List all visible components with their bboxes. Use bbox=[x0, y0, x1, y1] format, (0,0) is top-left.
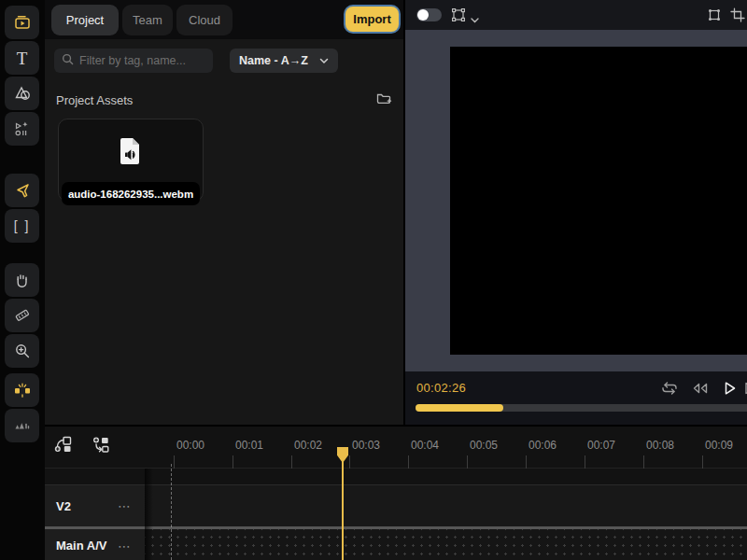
scene-effects-button[interactable] bbox=[5, 112, 39, 146]
shapes-tool-icon bbox=[13, 84, 32, 103]
video-editor-app: T bbox=[0, 0, 747, 560]
tool-rail: T bbox=[0, 0, 45, 560]
chevron-down-icon bbox=[319, 54, 329, 67]
new-folder-icon[interactable] bbox=[375, 90, 392, 110]
scene-effects-icon bbox=[13, 119, 32, 138]
chevron-down-icon[interactable] bbox=[471, 10, 479, 27]
media-library-panel: Project Team Cloud Import Name - A→Z bbox=[45, 0, 403, 425]
razor-tool-icon bbox=[13, 306, 32, 325]
zoom-tool-button[interactable] bbox=[5, 334, 39, 368]
ruler-label: 00:02 bbox=[294, 439, 322, 452]
zoom-tool-icon bbox=[13, 342, 32, 360]
ruler-label: 00:06 bbox=[529, 439, 557, 452]
track-main-av-header[interactable]: Main A/V ⋯ bbox=[45, 529, 145, 560]
search-icon bbox=[62, 52, 74, 69]
asset-search[interactable] bbox=[54, 49, 213, 73]
overlay-toggle[interactable] bbox=[416, 8, 442, 21]
hand-tool-icon bbox=[13, 272, 31, 289]
audio-levels-button[interactable] bbox=[5, 409, 39, 442]
ruler-label: 00:05 bbox=[470, 439, 498, 452]
asset-filename: audio-168262935...webm bbox=[62, 182, 200, 205]
tab-team[interactable]: Team bbox=[122, 5, 173, 35]
track-main-av-lane[interactable] bbox=[145, 529, 747, 560]
media-start-guide bbox=[171, 464, 172, 560]
range-select-button[interactable]: [ ] bbox=[5, 209, 39, 243]
transform-box-icon[interactable] bbox=[706, 7, 723, 27]
loop-icon[interactable] bbox=[659, 379, 680, 401]
crop-icon[interactable] bbox=[729, 7, 746, 27]
media-library-icon bbox=[13, 13, 32, 32]
filter-row: Name - A→Z bbox=[45, 49, 403, 75]
progress-fill bbox=[416, 404, 503, 412]
track-label: V2 bbox=[56, 499, 71, 513]
shapes-tool-button[interactable] bbox=[5, 77, 39, 110]
tab-cloud[interactable]: Cloud bbox=[176, 5, 233, 35]
razor-tool-button[interactable] bbox=[5, 299, 39, 332]
next-frame-icon[interactable] bbox=[742, 379, 747, 401]
playback-bar: 00:02:26 bbox=[405, 371, 747, 425]
playback-progress[interactable] bbox=[416, 404, 747, 412]
hand-tool-button[interactable] bbox=[5, 263, 39, 297]
track-menu-icon[interactable]: ⋯ bbox=[118, 498, 132, 513]
ruler-label: 00:03 bbox=[352, 439, 380, 452]
ruler-label: 00:04 bbox=[411, 439, 439, 452]
audio-levels-icon bbox=[13, 416, 32, 435]
section-title: Project Assets bbox=[56, 93, 133, 107]
preview-panel: 00:02:26 bbox=[403, 0, 747, 425]
filter-input[interactable] bbox=[79, 54, 201, 67]
video-frame[interactable] bbox=[450, 47, 747, 355]
import-button[interactable]: Import bbox=[345, 7, 399, 32]
timeline-gap bbox=[45, 469, 747, 484]
timeline-panel: 00:00 00:01 00:02 00:03 00:04 00:05 00:0… bbox=[45, 425, 747, 560]
tab-team-label: Team bbox=[133, 13, 162, 27]
text-tool-icon: T bbox=[17, 49, 28, 67]
snap-toggle-icon bbox=[13, 381, 32, 399]
range-select-icon: [ ] bbox=[14, 218, 31, 233]
ruler-label: 00:09 bbox=[705, 439, 733, 452]
media-library-button[interactable] bbox=[5, 6, 39, 39]
sort-dropdown[interactable]: Name - A→Z bbox=[230, 49, 338, 73]
project-assets-header: Project Assets bbox=[56, 91, 392, 108]
asset-card[interactable]: audio-168262935...webm bbox=[58, 119, 204, 202]
select-tool-icon bbox=[13, 181, 32, 200]
timeline-ruler[interactable]: 00:00 00:01 00:02 00:03 00:04 00:05 00:0… bbox=[45, 427, 747, 469]
track-label: Main A/V bbox=[56, 539, 106, 553]
play-icon[interactable] bbox=[720, 379, 739, 401]
tab-project-label: Project bbox=[66, 13, 104, 27]
track-main-av[interactable]: Main A/V ⋯ bbox=[45, 529, 747, 560]
text-tool-button[interactable]: T bbox=[5, 41, 39, 75]
preview-canvas bbox=[405, 30, 747, 371]
snap-toggle-button[interactable] bbox=[5, 373, 39, 407]
audio-file-icon bbox=[59, 129, 203, 174]
tab-project[interactable]: Project bbox=[51, 5, 119, 35]
library-tabstrip: Project Team Cloud Import bbox=[45, 0, 403, 39]
ruler-label: 00:08 bbox=[646, 439, 674, 452]
track-v2-header[interactable]: V2 ⋯ bbox=[45, 485, 145, 526]
ruler-label: 00:00 bbox=[176, 439, 204, 452]
tab-cloud-label: Cloud bbox=[189, 13, 220, 27]
track-menu-icon[interactable]: ⋯ bbox=[118, 539, 132, 553]
select-tool-button[interactable] bbox=[5, 174, 39, 207]
ruler-label: 00:01 bbox=[235, 439, 263, 452]
track-v2[interactable]: V2 ⋯ bbox=[45, 484, 747, 526]
safe-area-icon[interactable] bbox=[450, 7, 467, 27]
rewind-icon[interactable] bbox=[689, 379, 712, 401]
sort-selected-label: Name - A→Z bbox=[239, 54, 308, 67]
timecode: 00:02:26 bbox=[416, 381, 466, 395]
ruler-label: 00:07 bbox=[587, 439, 615, 452]
toggle-knob bbox=[417, 9, 429, 21]
preview-toolbar bbox=[405, 0, 747, 30]
